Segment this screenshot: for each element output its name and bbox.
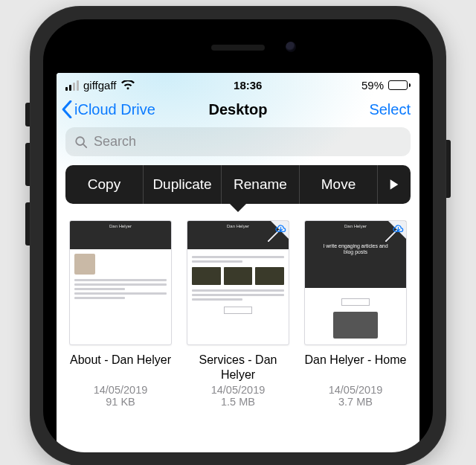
carrier-label: giffgaff	[83, 79, 117, 92]
phone-frame: giffgaff 18:36 59% iCloud Drive	[30, 6, 446, 465]
cloud-download-icon	[274, 222, 288, 236]
file-size: 3.7 MB	[303, 396, 408, 408]
files-grid: Dan Helyer About - Dan Helyer 14/05/2019…	[57, 204, 419, 408]
file-item[interactable]: Dan Helyer I write engaging articles and…	[303, 220, 408, 408]
context-rename[interactable]: Rename	[222, 165, 299, 204]
chevron-left-icon	[61, 100, 73, 118]
phone-bezel: giffgaff 18:36 59% iCloud Drive	[43, 19, 433, 452]
file-name: Dan Helyer - Home	[303, 353, 408, 382]
cloud-download-badge	[268, 221, 289, 242]
select-button[interactable]: Select	[369, 101, 411, 118]
file-date: 14/05/2019	[303, 384, 408, 396]
file-date: 14/05/2019	[186, 384, 290, 396]
context-copy[interactable]: Copy	[65, 165, 143, 204]
front-camera	[286, 42, 296, 52]
volume-down	[25, 202, 30, 246]
file-thumbnail: Dan Helyer	[69, 220, 172, 345]
file-size: 1.5 MB	[186, 396, 290, 408]
file-size: 91 KB	[68, 396, 173, 408]
context-move[interactable]: Move	[300, 165, 377, 204]
svg-line-1	[83, 144, 86, 147]
cloud-download-icon	[391, 222, 405, 236]
file-name: Services - Dan Helyer	[186, 353, 290, 382]
cell-signal-icon	[65, 80, 79, 91]
file-name: About - Dan Helyer	[68, 353, 173, 382]
file-date: 14/05/2019	[68, 384, 173, 396]
phone-side-buttons-left	[25, 103, 30, 246]
context-caret	[230, 204, 246, 212]
cloud-download-badge	[385, 221, 406, 242]
status-bar: giffgaff 18:36 59%	[57, 73, 419, 94]
screen: giffgaff 18:36 59% iCloud Drive	[57, 73, 419, 452]
volume-up	[25, 143, 30, 186]
mute-switch	[25, 103, 30, 126]
back-button[interactable]: iCloud Drive	[61, 100, 155, 118]
search-input[interactable]	[94, 134, 402, 150]
file-thumbnail: Dan Helyer	[187, 220, 289, 345]
file-item[interactable]: Dan Helyer Services - Dan Helyer 14/05/2…	[186, 220, 290, 408]
search-icon	[74, 135, 88, 149]
navigation-bar: iCloud Drive Desktop Select	[57, 94, 419, 126]
back-label: iCloud Drive	[74, 101, 155, 118]
power-button	[446, 140, 451, 198]
triangle-right-icon	[389, 179, 399, 190]
context-menu: Copy Duplicate Rename Move	[57, 165, 419, 204]
file-thumbnail: Dan Helyer I write engaging articles and…	[304, 220, 407, 345]
context-duplicate[interactable]: Duplicate	[144, 165, 221, 204]
search-bar[interactable]	[65, 127, 411, 156]
wifi-icon	[121, 80, 135, 91]
earpiece	[211, 45, 265, 51]
svg-point-0	[76, 137, 84, 145]
file-item[interactable]: Dan Helyer About - Dan Helyer 14/05/2019…	[68, 220, 173, 408]
context-more[interactable]	[378, 165, 411, 204]
battery-icon	[388, 80, 411, 90]
clock: 18:36	[234, 79, 262, 92]
battery-percent: 59%	[361, 79, 384, 92]
